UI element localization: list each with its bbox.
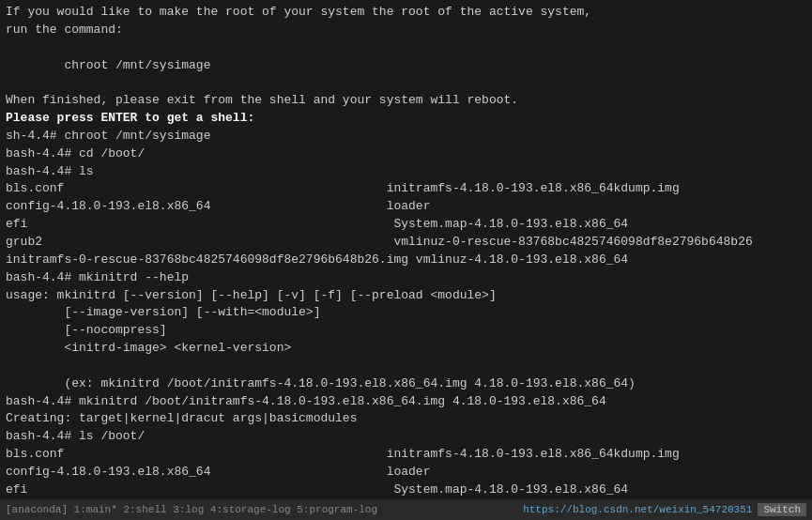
bottom-bar: [anaconda] 1:main* 2:shell 3:log 4:stora… xyxy=(0,499,812,520)
url-link: https://blog.csdn.net/weixin_54720351 xyxy=(523,504,752,515)
terminal-line: bls.conf initramfs-4.18.0-193.el8.x86_64… xyxy=(6,447,680,461)
terminal-line: run the command: xyxy=(6,23,123,37)
terminal-line: config-4.18.0-193.el8.x86_64 loader xyxy=(6,199,430,213)
terminal-window: If you would like to make the root of yo… xyxy=(0,0,812,520)
terminal-line: bash-4.4# ls xyxy=(6,164,94,178)
terminal-line: bash-4.4# ls /boot/ xyxy=(6,429,145,443)
terminal-line: Please press ENTER to get a shell: xyxy=(6,111,254,125)
terminal-line: efi System.map-4.18.0-193.el8.x86_64 xyxy=(6,217,628,231)
terminal-line: bash-4.4# mkinitrd /boot/initramfs-4.18.… xyxy=(6,394,606,408)
terminal-line: Creating: target|kernel|dracut args|basi… xyxy=(6,411,357,425)
terminal-line: bash-4.4# mkinitrd --help xyxy=(6,270,189,284)
terminal-line: grub2 vmlinuz-0-rescue-83768bc4825746098… xyxy=(6,235,753,249)
terminal-line: <initrd-image> <kernel-version> xyxy=(6,341,291,355)
terminal-line: usage: mkinitrd [--version] [--help] [-v… xyxy=(6,288,497,302)
bottom-right-controls: https://blog.csdn.net/weixin_54720351 Sw… xyxy=(523,503,806,516)
tab-bar: [anaconda] 1:main* 2:shell 3:log 4:stora… xyxy=(6,504,377,515)
terminal-line: config-4.18.0-193.el8.x86_64 loader xyxy=(6,465,430,479)
terminal-line: sh-4.4# chroot /mnt/sysimage xyxy=(6,129,210,143)
terminal-line: [--image-version] [--with=<module>] xyxy=(6,305,320,319)
terminal-line: initramfs-0-rescue-83768bc4825746098df8e… xyxy=(6,252,628,267)
terminal-line: bash-4.4# cd /boot/ xyxy=(6,146,145,161)
terminal-line: (ex: mkinitrd /boot/initramfs-4.18.0-193… xyxy=(6,376,636,390)
terminal-line: efi System.map-4.18.0-193.el8.x86_64 xyxy=(6,482,628,497)
terminal-line: If you would like to make the root of yo… xyxy=(6,5,591,19)
terminal-line: chroot /mnt/sysimage xyxy=(6,58,210,72)
terminal-line: bls.conf initramfs-4.18.0-193.el8.x86_64… xyxy=(6,181,680,195)
switch-button[interactable]: Switch xyxy=(758,503,806,516)
terminal-line: When finished, please exit from the shel… xyxy=(6,93,518,107)
terminal-output: If you would like to make the root of yo… xyxy=(6,4,806,520)
terminal-line: [--nocompress] xyxy=(6,323,167,337)
